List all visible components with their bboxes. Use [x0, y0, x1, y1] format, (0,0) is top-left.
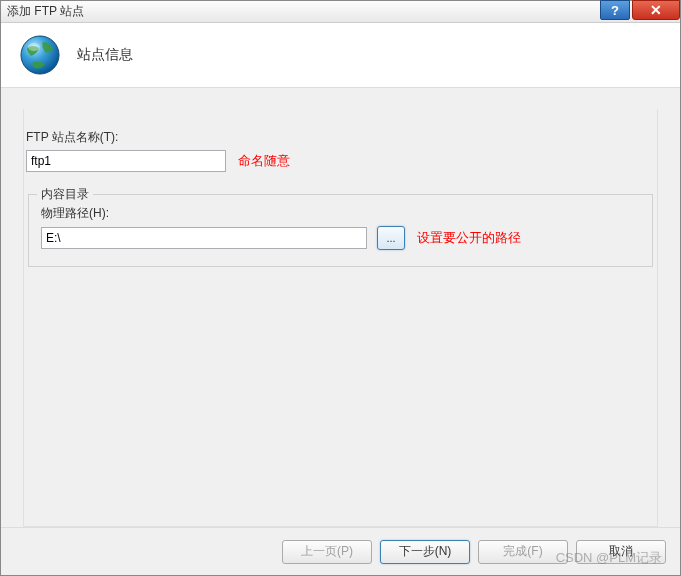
- svg-point-1: [28, 43, 40, 51]
- browse-button[interactable]: ...: [377, 226, 405, 250]
- content-directory-fieldset: 内容目录 物理路径(H): ... 设置要公开的路径: [28, 194, 653, 267]
- form-panel: FTP 站点名称(T): 命名随意 内容目录 物理路径(H): ... 设置要公…: [23, 109, 658, 527]
- site-name-field: FTP 站点名称(T): 命名随意: [26, 129, 655, 172]
- svg-point-0: [21, 36, 59, 74]
- site-name-annotation: 命名随意: [238, 152, 290, 170]
- path-annotation: 设置要公开的路径: [417, 229, 521, 247]
- site-name-input[interactable]: [26, 150, 226, 172]
- window-title: 添加 FTP 站点: [7, 3, 84, 20]
- dialog-window: 添加 FTP 站点 ? ✕ 站点信息: [0, 0, 681, 576]
- titlebar: 添加 FTP 站点 ? ✕: [1, 1, 680, 23]
- wizard-header: 站点信息: [1, 23, 680, 88]
- wizard-footer: 上一页(P) 下一步(N) 完成(F) 取消: [1, 527, 680, 575]
- globe-icon: [19, 34, 61, 76]
- help-button[interactable]: ?: [600, 0, 630, 20]
- finish-button: 完成(F): [478, 540, 568, 564]
- physical-path-label: 物理路径(H):: [41, 205, 640, 222]
- previous-button: 上一页(P): [282, 540, 372, 564]
- cancel-button[interactable]: 取消: [576, 540, 666, 564]
- site-name-label: FTP 站点名称(T):: [26, 129, 655, 146]
- page-title: 站点信息: [77, 46, 133, 64]
- wizard-content: FTP 站点名称(T): 命名随意 内容目录 物理路径(H): ... 设置要公…: [1, 89, 680, 527]
- window-controls: ? ✕: [600, 0, 680, 20]
- physical-path-input[interactable]: [41, 227, 367, 249]
- close-button[interactable]: ✕: [632, 0, 680, 20]
- next-button[interactable]: 下一步(N): [380, 540, 470, 564]
- content-directory-legend: 内容目录: [37, 186, 93, 203]
